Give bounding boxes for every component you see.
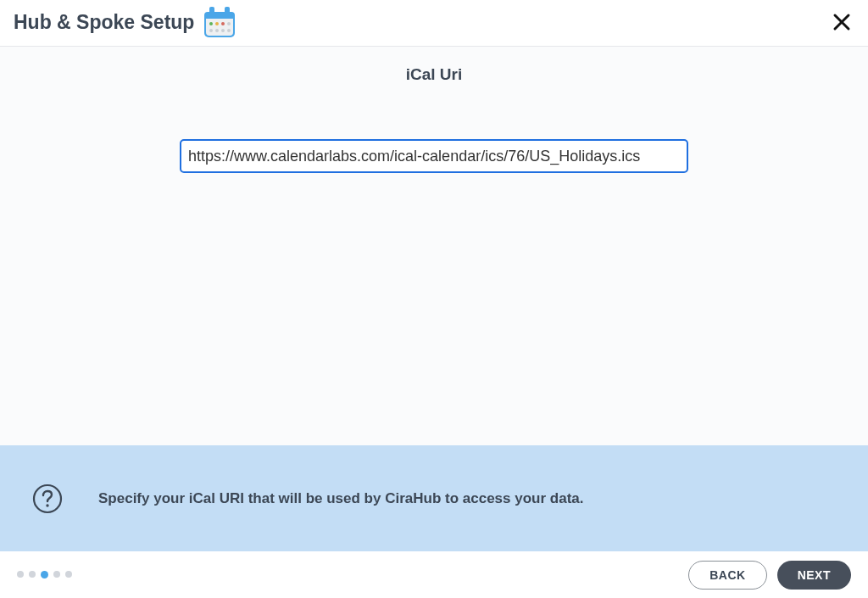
question-icon	[32, 483, 63, 514]
step-dot	[17, 571, 24, 578]
page-title: Hub & Spoke Setup	[14, 11, 194, 34]
svg-point-3	[46, 504, 48, 506]
step-dot	[65, 571, 72, 578]
ical-uri-input[interactable]	[180, 139, 688, 173]
modal-header: Hub & Spoke Setup	[0, 0, 868, 47]
next-button[interactable]: NEXT	[777, 561, 851, 590]
step-indicator	[17, 571, 72, 578]
main-content: iCal Uri	[0, 47, 868, 445]
step-dot	[29, 571, 36, 578]
step-dot	[53, 571, 60, 578]
calendar-icon	[203, 7, 236, 37]
step-dot-active	[41, 571, 48, 578]
header-left: Hub & Spoke Setup	[14, 7, 236, 37]
section-title: iCal Uri	[0, 65, 868, 84]
footer-buttons: BACK NEXT	[688, 561, 851, 590]
help-band: Specify your iCal URI that will be used …	[0, 445, 868, 551]
help-text: Specify your iCal URI that will be used …	[98, 490, 583, 507]
modal-footer: BACK NEXT	[0, 551, 868, 598]
back-button[interactable]: BACK	[688, 561, 766, 590]
close-icon[interactable]	[829, 9, 854, 35]
